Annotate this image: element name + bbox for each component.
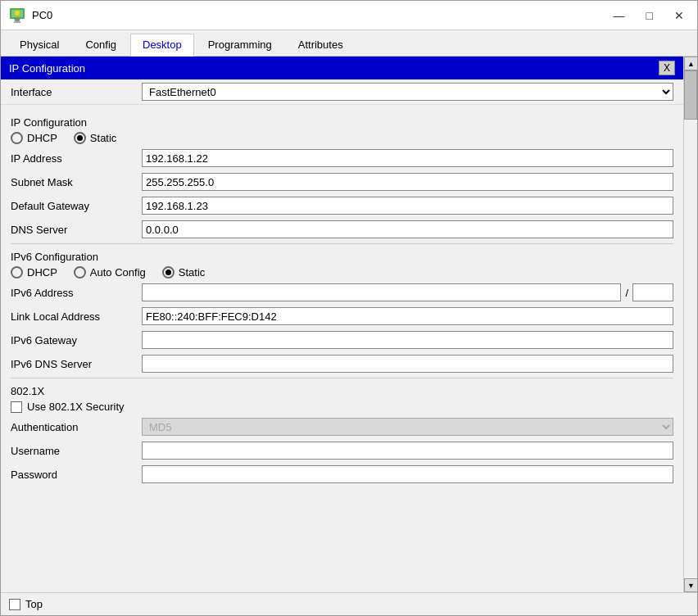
subnet-mask-label: Subnet Mask	[11, 176, 142, 188]
tab-physical[interactable]: Physical	[7, 34, 71, 56]
link-local-row: Link Local Address	[11, 306, 673, 326]
tab-config[interactable]: Config	[73, 34, 129, 56]
svg-rect-3	[14, 21, 20, 23]
username-input[interactable]	[142, 442, 673, 460]
dot1x-section-label: 802.1X	[11, 385, 673, 397]
close-button[interactable]: ✕	[669, 8, 689, 23]
tab-bar: Physical Config Desktop Programming Attr…	[1, 30, 697, 57]
scroll-thumb[interactable]	[684, 70, 697, 120]
ipv6-dns-label: IPv6 DNS Server	[11, 358, 142, 370]
scroll-track	[684, 70, 697, 578]
ipv6-gateway-input[interactable]	[142, 331, 673, 349]
password-input[interactable]	[142, 465, 673, 483]
default-gateway-input[interactable]	[142, 197, 673, 215]
ip-address-row: IP Address	[11, 148, 673, 168]
maximize-button[interactable]: □	[641, 8, 658, 23]
scroll-up-button[interactable]: ▲	[684, 57, 697, 70]
dhcp-radio-circle	[11, 132, 23, 144]
form-area: IP Configuration DHCP Static IP Address	[1, 105, 683, 493]
dns-server-input[interactable]	[142, 220, 673, 238]
ipv6-dhcp-label: DHCP	[27, 266, 57, 279]
ipv6-static-radio-circle	[162, 266, 174, 279]
default-gateway-row: Default Gateway	[11, 196, 673, 215]
ipv6-radio-row: DHCP Auto Config Static	[11, 266, 673, 279]
auth-select[interactable]: MD5	[142, 418, 673, 436]
interface-select[interactable]: FastEthernet0	[142, 83, 673, 101]
ipv4-radio-row: DHCP Static	[11, 132, 673, 144]
interface-row: Interface FastEthernet0	[1, 79, 683, 105]
ip-config-title: IP Configuration	[9, 62, 85, 75]
ipv6-gateway-label: IPv6 Gateway	[11, 334, 142, 346]
interface-label: Interface	[11, 86, 142, 98]
static-radio-circle	[74, 132, 86, 144]
title-bar-left: PC0	[9, 7, 52, 24]
tab-programming[interactable]: Programming	[196, 34, 284, 56]
ip-address-label: IP Address	[11, 152, 142, 165]
ipv6-dhcp-radio[interactable]: DHCP	[11, 266, 57, 279]
window-title: PC0	[32, 9, 52, 21]
link-local-input[interactable]	[142, 307, 673, 325]
minimize-button[interactable]: —	[609, 8, 630, 23]
scrollbar: ▲ ▼	[683, 57, 697, 592]
ip-config-close-button[interactable]: X	[659, 61, 675, 75]
dns-server-label: DNS Server	[11, 224, 142, 236]
main-window: PC0 — □ ✕ Physical Config Desktop Progra…	[0, 0, 698, 616]
dns-server-row: DNS Server	[11, 220, 673, 239]
ipv6-dns-row: IPv6 DNS Server	[11, 354, 673, 374]
use-dot1x-checkbox[interactable]	[11, 401, 22, 413]
ipv6-static-radio[interactable]: Static	[162, 266, 206, 279]
ipv6-static-label: Static	[179, 266, 206, 279]
ipv6-autoconfig-radio[interactable]: Auto Config	[74, 266, 146, 279]
bottom-bar: Top	[1, 592, 697, 615]
ipv6-prefix-input[interactable]	[632, 283, 673, 301]
tab-desktop[interactable]: Desktop	[130, 34, 194, 57]
tab-attributes[interactable]: Attributes	[286, 34, 356, 56]
dhcp-label: DHCP	[27, 132, 57, 144]
ipv6-dhcp-radio-circle	[11, 266, 23, 279]
svg-point-4	[15, 11, 20, 16]
static-label: Static	[90, 132, 117, 144]
computer-icon	[9, 7, 25, 24]
ipv4-section-label: IP Configuration	[11, 116, 673, 129]
username-label: Username	[11, 445, 142, 457]
top-checkbox[interactable]	[9, 599, 20, 610]
content-area: IP Configuration X Interface FastEtherne…	[1, 57, 697, 592]
ipv6-autoconfig-radio-circle	[74, 266, 86, 279]
auth-row: Authentication MD5	[11, 417, 673, 437]
ip-config-header: IP Configuration X	[1, 57, 683, 79]
ipv6-gateway-row: IPv6 Gateway	[11, 330, 673, 350]
dhcp-radio[interactable]: DHCP	[11, 132, 57, 144]
password-row: Password	[11, 464, 673, 484]
link-local-label: Link Local Address	[11, 310, 142, 323]
use-dot1x-label: Use 802.1X Security	[27, 401, 125, 413]
auth-label: Authentication	[11, 421, 142, 433]
ipv6-dns-input[interactable]	[142, 355, 673, 373]
title-controls: — □ ✕	[609, 8, 689, 23]
ipv6-address-label: IPv6 Address	[11, 287, 142, 299]
top-label: Top	[25, 598, 43, 610]
default-gateway-label: Default Gateway	[11, 200, 142, 212]
section-divider-2	[11, 378, 673, 378]
password-label: Password	[11, 469, 142, 481]
subnet-mask-input[interactable]	[142, 173, 673, 191]
scroll-down-button[interactable]: ▼	[684, 578, 697, 592]
ip-address-input[interactable]	[142, 149, 673, 167]
section-divider-1	[11, 243, 673, 244]
bottom-top-checkbox[interactable]: Top	[9, 598, 43, 610]
ipv6-slash: /	[621, 287, 632, 299]
use-dot1x-row: Use 802.1X Security	[11, 401, 673, 413]
subnet-mask-row: Subnet Mask	[11, 172, 673, 192]
ipv6-section-label: IPv6 Configuration	[11, 251, 673, 263]
ipv6-address-row: IPv6 Address /	[11, 283, 673, 302]
username-row: Username	[11, 441, 673, 460]
ipv6-autoconfig-label: Auto Config	[90, 266, 146, 279]
main-content: IP Configuration X Interface FastEtherne…	[1, 57, 683, 592]
ipv6-address-input[interactable]	[142, 283, 621, 301]
title-bar: PC0 — □ ✕	[1, 1, 697, 30]
static-radio[interactable]: Static	[74, 132, 117, 144]
